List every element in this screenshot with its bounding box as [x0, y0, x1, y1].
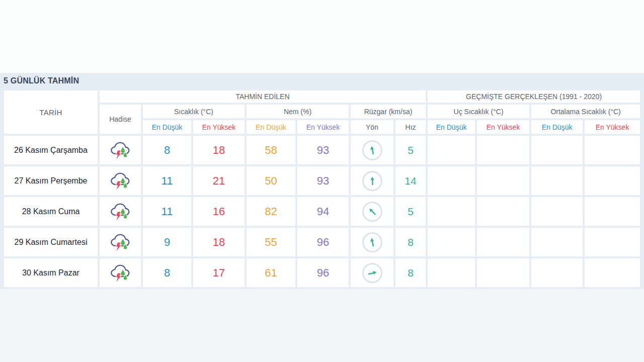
date-cell: 27 Kasım Perşembe — [4, 166, 98, 195]
wind-direction-arrow-icon — [361, 201, 382, 222]
wind-direction-badge — [362, 263, 382, 283]
date-cell: 26 Kasım Çarşamba — [4, 136, 98, 164]
column-header-average-temp: Ortalama Sıcaklık (°C) — [531, 105, 640, 118]
past-extreme-max-cell — [477, 258, 529, 287]
wind-direction-arrow-icon — [363, 233, 381, 251]
page-top-whitespace — [0, 0, 644, 73]
past-extreme-min-cell — [428, 166, 475, 195]
temp-min-cell: 11 — [143, 166, 191, 195]
temp-max-cell: 18 — [193, 136, 245, 164]
wind-direction-cell — [351, 258, 393, 287]
past-extreme-min-cell — [428, 136, 475, 164]
wind-direction-cell — [351, 166, 393, 195]
past-extreme-max-cell — [477, 166, 529, 195]
temp-min-cell: 8 — [143, 136, 191, 164]
column-header-past: GEÇMİŞTE GERÇEKLEŞEN (1991 - 2020) — [428, 90, 640, 103]
humidity-min-cell: 50 — [247, 166, 295, 195]
past-extreme-max-cell — [477, 228, 529, 256]
header-row-groups: Hadise Sıcaklık (°C) Nem (%) Rüzgar (km/… — [4, 105, 640, 118]
date-cell: 28 Kasım Cuma — [4, 197, 98, 226]
wind-speed-cell: 14 — [395, 166, 426, 195]
past-average-max-cell — [585, 228, 640, 256]
temp-min-cell: 11 — [143, 197, 191, 226]
thunderstorm-rain-icon — [109, 140, 132, 161]
humidity-min-cell: 55 — [247, 228, 295, 256]
wind-speed-cell: 8 — [395, 258, 426, 287]
forecast-row-2: 27 Kasım Perşembe 11 21 50 93 14 — [4, 166, 640, 195]
temp-max-cell: 18 — [193, 228, 245, 256]
subheader-average-max: En Yüksek — [585, 120, 640, 134]
subheader-extreme-min: En Düşük — [428, 120, 475, 134]
past-extreme-min-cell — [428, 228, 475, 256]
section-title-bar: 5 GÜNLÜK TAHMİN — [0, 73, 644, 88]
forecast-row-3: 28 Kasım Cuma 11 16 82 94 5 — [4, 197, 640, 226]
temp-max-cell: 16 — [193, 197, 245, 226]
humidity-min-cell: 82 — [247, 197, 295, 226]
past-extreme-min-cell — [428, 197, 475, 226]
humidity-max-cell: 93 — [297, 166, 349, 195]
past-extreme-min-cell — [428, 258, 475, 287]
wind-direction-arrow-icon — [363, 264, 381, 282]
wind-direction-cell — [351, 136, 393, 164]
subheader-temp-max: En Yüksek — [193, 120, 245, 134]
wind-direction-badge — [362, 171, 382, 191]
thunderstorm-rain-icon — [109, 170, 132, 192]
temp-max-cell: 17 — [193, 258, 245, 287]
temp-min-cell: 9 — [143, 228, 191, 256]
temp-max-cell: 21 — [193, 166, 245, 195]
past-average-max-cell — [585, 258, 640, 287]
date-cell: 29 Kasım Cumartesi — [4, 228, 98, 256]
wind-direction-badge — [362, 140, 382, 160]
column-header-humidity: Nem (%) — [247, 105, 349, 118]
event-cell — [100, 228, 141, 256]
wind-speed-cell: 8 — [395, 228, 426, 256]
event-cell — [100, 197, 141, 226]
past-average-max-cell — [585, 136, 640, 164]
header-row-top: TARİH TAHMİN EDİLEN GEÇMİŞTE GERÇEKLEŞEN… — [4, 90, 640, 103]
humidity-max-cell: 96 — [297, 228, 349, 256]
past-extreme-max-cell — [477, 197, 529, 226]
forecast-row-5: 30 Kasım Pazar 8 17 61 96 8 — [4, 258, 640, 287]
past-average-min-cell — [531, 258, 583, 287]
past-average-min-cell — [531, 166, 583, 195]
humidity-min-cell: 58 — [247, 136, 295, 164]
subheader-temp-min: En Düşük — [143, 120, 191, 134]
humidity-max-cell: 96 — [297, 258, 349, 287]
subheader-wind-speed: Hız — [395, 120, 426, 134]
thunderstorm-rain-icon — [109, 262, 132, 284]
subheader-humidity-min: En Düşük — [247, 120, 295, 134]
past-extreme-max-cell — [477, 136, 529, 164]
event-cell — [100, 258, 141, 287]
wind-speed-cell: 5 — [395, 136, 426, 164]
wind-speed-cell: 5 — [395, 197, 426, 226]
column-header-temperature: Sıcaklık (°C) — [143, 105, 245, 118]
forecast-row-4: 29 Kasım Cumartesi 9 18 55 96 8 — [4, 228, 640, 256]
thunderstorm-rain-icon — [109, 232, 132, 253]
humidity-max-cell: 94 — [297, 197, 349, 226]
page-bottom-whitespace — [0, 289, 644, 362]
column-header-event: Hadise — [100, 105, 141, 134]
forecast-row-1: 26 Kasım Çarşamba 8 18 58 93 5 — [4, 136, 640, 164]
past-average-min-cell — [531, 197, 583, 226]
column-header-date: TARİH — [4, 90, 98, 134]
past-average-min-cell — [531, 136, 583, 164]
date-cell: 30 Kasım Pazar — [4, 258, 98, 287]
past-average-max-cell — [585, 197, 640, 226]
thunderstorm-rain-icon — [109, 201, 132, 222]
temp-min-cell: 8 — [143, 258, 191, 287]
past-average-min-cell — [531, 228, 583, 256]
wind-direction-arrow-icon — [363, 141, 381, 159]
subheader-humidity-max: En Yüksek — [297, 120, 349, 134]
column-header-extreme-temp: Uç Sıcaklık (°C) — [428, 105, 529, 118]
event-cell — [100, 166, 141, 195]
wind-direction-badge — [362, 232, 382, 252]
wind-direction-arrow-icon — [365, 173, 380, 189]
forecast-table: TARİH TAHMİN EDİLEN GEÇMİŞTE GERÇEKLEŞEN… — [2, 88, 642, 289]
forecast-table-wrap: TARİH TAHMİN EDİLEN GEÇMİŞTE GERÇEKLEŞEN… — [0, 88, 644, 289]
subheader-wind-direction: Yön — [351, 120, 393, 134]
event-cell — [100, 136, 141, 164]
subheader-average-min: En Düşük — [531, 120, 583, 134]
humidity-min-cell: 61 — [247, 258, 295, 287]
column-header-predicted: TAHMİN EDİLEN — [100, 90, 426, 103]
wind-direction-badge — [362, 202, 382, 222]
